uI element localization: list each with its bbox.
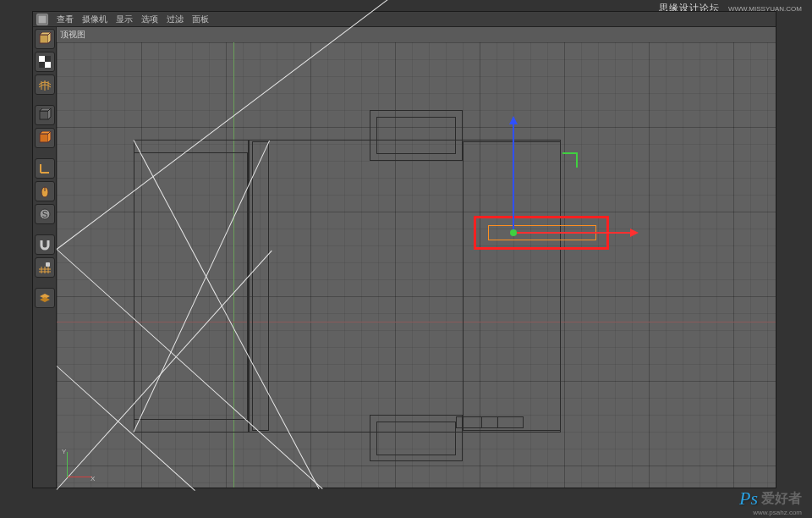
lock-grid-tool[interactable] <box>35 257 55 278</box>
svg-rect-4 <box>39 62 45 68</box>
wire-wheel-top-inner <box>376 117 456 154</box>
svg-rect-5 <box>45 62 51 68</box>
svg-text:S: S <box>42 210 48 219</box>
mini-axis-x <box>67 477 92 477</box>
checker-tool[interactable] <box>35 52 55 72</box>
wire-door <box>134 152 248 420</box>
menu-options[interactable]: 选项 <box>141 14 158 25</box>
separator <box>35 227 54 232</box>
menu-view[interactable]: 查看 <box>57 14 74 25</box>
svg-rect-0 <box>38 15 47 24</box>
mini-axis-y-label: Y <box>62 448 66 455</box>
scale-circle-tool[interactable]: S <box>35 204 55 224</box>
separator <box>35 151 54 156</box>
svg-rect-1 <box>40 35 48 43</box>
viewport-container: 顶视图 <box>57 27 776 488</box>
magnet-snap-tool[interactable] <box>35 234 55 255</box>
gizmo-plane-handle-icon[interactable] <box>562 152 578 168</box>
separator <box>35 280 54 285</box>
wire-hood <box>463 141 561 431</box>
viewport-mini-axis: X Y <box>62 449 96 482</box>
page-background: 思缘设计论坛 WWW.MISSYUAN.COM 查看 摄像机 显示 选项 过滤 … <box>0 0 812 518</box>
wire-hood2 <box>252 141 269 431</box>
wire-bumper-seg <box>481 416 498 428</box>
menu-bar: 查看 摄像机 显示 选项 过滤 面板 <box>33 12 776 27</box>
separator <box>35 97 54 102</box>
gizmo-z-axis-arrow[interactable] <box>513 123 514 233</box>
viewport[interactable]: X Y <box>57 42 776 488</box>
menu-camera[interactable]: 摄像机 <box>82 14 107 25</box>
menu-filter[interactable]: 过滤 <box>167 14 184 25</box>
svg-rect-2 <box>39 56 45 62</box>
watermark-bottom: Ps 爱好者 <box>739 488 802 510</box>
watermark-cn-text: 爱好者 <box>761 490 802 508</box>
gizmo-origin-icon[interactable] <box>510 229 517 236</box>
gizmo-x-axis-arrow[interactable] <box>513 232 632 234</box>
mouse-tool[interactable] <box>35 181 55 201</box>
cube-dark-tool[interactable] <box>35 105 55 125</box>
watermark-bottom-url: www.psahz.com <box>753 509 802 516</box>
workspace: S 顶视图 <box>33 27 776 488</box>
svg-rect-12 <box>46 262 50 267</box>
wire-wheel-bottom-inner <box>376 422 456 455</box>
mini-axis-x-label: X <box>91 475 95 482</box>
tool-palette: S <box>33 27 57 488</box>
menu-panel[interactable]: 面板 <box>192 14 209 25</box>
app-logo-icon <box>36 14 48 25</box>
cube-primitive-tool[interactable] <box>35 29 55 49</box>
viewport-label: 顶视图 <box>60 29 85 41</box>
svg-rect-3 <box>45 56 51 62</box>
axis-move-tool[interactable] <box>35 158 55 179</box>
mini-axis-y <box>67 452 68 477</box>
svg-rect-6 <box>40 111 48 119</box>
grid-surface-tool[interactable] <box>35 74 55 95</box>
watermark-ps-logo: Ps <box>739 488 758 510</box>
svg-rect-7 <box>40 134 48 142</box>
app-window: 查看 摄像机 显示 选项 过滤 面板 S <box>32 11 776 488</box>
menu-display[interactable]: 显示 <box>116 14 133 25</box>
layers-tool[interactable] <box>35 288 55 308</box>
cube-orange-tool[interactable] <box>35 128 55 148</box>
